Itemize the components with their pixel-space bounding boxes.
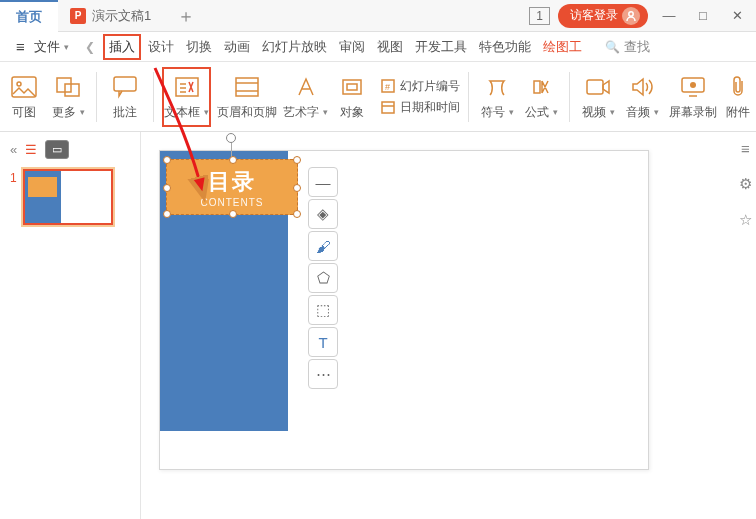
number-icon: # — [380, 78, 396, 94]
menu-slideshow[interactable]: 幻灯片放映 — [257, 34, 332, 60]
resize-handle-e[interactable] — [293, 184, 301, 192]
ribbon-wordart[interactable]: 艺术字 — [283, 67, 328, 127]
rail-favorite[interactable]: ☆ — [739, 211, 752, 229]
float-more[interactable]: ⋯ — [308, 359, 338, 389]
resize-handle-n[interactable] — [229, 156, 237, 164]
tab-home[interactable]: 首页 — [0, 0, 58, 32]
ribbon-header-footer[interactable]: 页眉和页脚 — [215, 67, 279, 127]
ribbon-wordart-label: 艺术字 — [283, 104, 328, 121]
ribbon-image[interactable]: 可图 — [4, 67, 44, 127]
menu-insert[interactable]: 插入 — [103, 34, 141, 60]
file-label: 文件 — [34, 38, 60, 56]
collapse-pane-button[interactable]: « — [10, 142, 17, 157]
search-label: 查找 — [624, 38, 650, 56]
tab-document[interactable]: P 演示文稿1 — [58, 7, 163, 25]
ribbon-more[interactable]: 更多 — [48, 67, 88, 127]
selected-textbox[interactable]: 目录 CONTENTS — [166, 159, 298, 215]
burger-icon — [16, 38, 30, 55]
ribbon-separator — [96, 72, 97, 122]
login-badge[interactable]: 访客登录 — [558, 4, 648, 28]
float-crop[interactable]: ⬚ — [308, 295, 338, 325]
svg-rect-11 — [347, 84, 357, 90]
menu-scroll-left[interactable]: ❮ — [79, 40, 101, 54]
audio-icon — [628, 73, 656, 101]
calendar-icon — [380, 99, 396, 115]
ribbon-attachment[interactable]: 附件 — [724, 67, 752, 127]
login-label: 访客登录 — [570, 7, 618, 24]
resize-handle-ne[interactable] — [293, 156, 301, 164]
menu-drawing[interactable]: 绘图工 — [538, 34, 587, 60]
ribbon-datetime[interactable]: 日期和时间 — [380, 99, 460, 116]
thumbnail-number: 1 — [10, 169, 17, 225]
resize-handle-w[interactable] — [163, 184, 171, 192]
object-icon — [338, 73, 366, 101]
resize-handle-nw[interactable] — [163, 156, 171, 164]
file-menu[interactable]: 文件 ▾ — [8, 34, 77, 60]
slide-view-button[interactable]: ▭ — [45, 140, 69, 159]
ribbon-audio[interactable]: 音频 — [622, 67, 662, 127]
svg-rect-16 — [587, 80, 603, 94]
maximize-button[interactable]: □ — [690, 4, 716, 28]
slide[interactable]: 目录 CONTENTS — ◈ 🖌 ⬠ ⬚ T ⋯ — [159, 150, 649, 470]
resize-handle-s[interactable] — [229, 210, 237, 218]
ribbon-textbox-label: 文本框 — [164, 104, 209, 121]
floating-toolbar: — ◈ 🖌 ⬠ ⬚ T ⋯ — [308, 167, 338, 389]
float-brush[interactable]: 🖌 — [308, 231, 338, 261]
comment-icon — [111, 73, 139, 101]
svg-rect-6 — [176, 78, 198, 96]
minimize-button[interactable]: — — [656, 4, 682, 28]
ribbon-slide-number[interactable]: # 幻灯片编号 — [380, 78, 460, 95]
resize-handle-sw[interactable] — [163, 210, 171, 218]
rotation-handle[interactable] — [226, 133, 236, 143]
search-box[interactable]: 查找 — [605, 38, 650, 56]
ribbon-screen-record[interactable]: 屏幕录制 — [666, 67, 720, 127]
symbol-icon — [483, 73, 511, 101]
float-layers[interactable]: ◈ — [308, 199, 338, 229]
float-shape[interactable]: ⬠ — [308, 263, 338, 293]
menu-special[interactable]: 特色功能 — [474, 34, 536, 60]
ribbon-object-label: 对象 — [340, 104, 364, 121]
svg-rect-4 — [65, 84, 79, 96]
document-title: 演示文稿1 — [92, 7, 151, 25]
ribbon-object[interactable]: 对象 — [332, 67, 372, 127]
formula-icon — [527, 73, 555, 101]
ribbon-separator — [153, 72, 154, 122]
svg-rect-3 — [57, 78, 71, 92]
ribbon-slidenum-datetime: # 幻灯片编号 日期和时间 — [380, 78, 460, 116]
float-collapse[interactable]: — — [308, 167, 338, 197]
svg-rect-7 — [236, 78, 258, 96]
ribbon-symbol[interactable]: 符号 — [477, 67, 517, 127]
new-tab-button[interactable]: ＋ — [163, 4, 209, 28]
menu-view[interactable]: 视图 — [372, 34, 408, 60]
presentation-icon: P — [70, 8, 86, 24]
menu-animation[interactable]: 动画 — [219, 34, 255, 60]
wordart-icon — [292, 73, 320, 101]
more-icon — [54, 73, 82, 101]
menu-design[interactable]: 设计 — [143, 34, 179, 60]
ribbon-video-label: 视频 — [582, 104, 615, 121]
resize-handle-se[interactable] — [293, 210, 301, 218]
paperclip-icon — [724, 73, 752, 101]
ribbon-video[interactable]: 视频 — [578, 67, 618, 127]
window-count-badge: 1 — [529, 7, 550, 25]
ribbon-attach-label: 附件 — [726, 104, 750, 121]
svg-point-2 — [17, 82, 21, 86]
rail-settings[interactable]: ⚙ — [739, 175, 752, 193]
ribbon-formula[interactable]: 公式 — [521, 67, 561, 127]
textbox-title: 目录 — [208, 167, 256, 197]
outline-view-button[interactable]: ☰ — [25, 142, 37, 157]
menu-devtools[interactable]: 开发工具 — [410, 34, 472, 60]
slide-canvas[interactable]: 目录 CONTENTS — ◈ 🖌 ⬠ ⬚ T ⋯ — [140, 132, 756, 519]
close-button[interactable]: ✕ — [724, 4, 750, 28]
rail-panel-toggle[interactable]: ≡ — [741, 140, 750, 157]
search-icon — [605, 39, 620, 54]
menu-review[interactable]: 审阅 — [334, 34, 370, 60]
ribbon-comment[interactable]: 批注 — [105, 67, 145, 127]
float-text[interactable]: T — [308, 327, 338, 357]
chevron-down-icon: ▾ — [64, 42, 69, 52]
slide-thumbnail-1[interactable]: 1 — [10, 169, 130, 225]
ribbon-textbox[interactable]: 文本框 — [162, 67, 211, 127]
svg-point-18 — [690, 82, 696, 88]
menu-transition[interactable]: 切换 — [181, 34, 217, 60]
textbox-subtitle: CONTENTS — [201, 197, 264, 208]
